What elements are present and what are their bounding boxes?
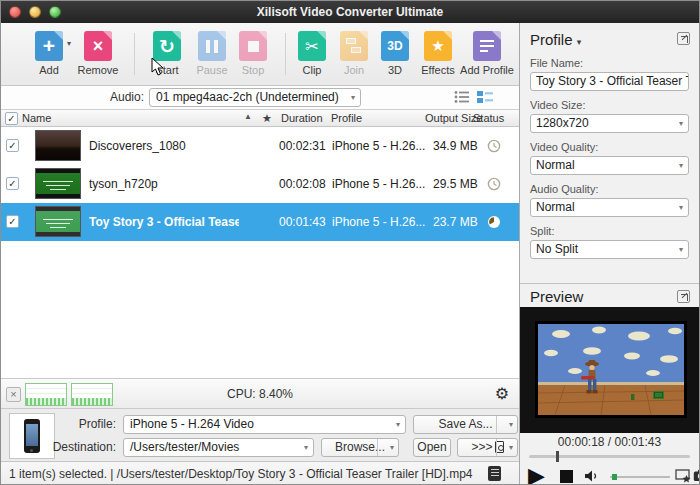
scissors-icon: ✂	[298, 31, 326, 61]
split-label: Split:	[530, 225, 689, 237]
preview-panel-header: Preview	[520, 283, 699, 307]
file-list: ✓ Discoverers_1080 00:02:31 iPhone 5 - H…	[1, 127, 519, 241]
cpu-bar: × CPU: 8.40% ⚙	[1, 378, 519, 408]
speaker-icon[interactable]	[584, 469, 600, 483]
preview-panel-title: Preview	[530, 288, 583, 305]
video-quality-select[interactable]: Normal ▾	[530, 156, 689, 175]
table-row[interactable]: ✓ tyson_h720p 00:02:08 iPhone 5 - H.26..…	[1, 165, 519, 203]
playback-controls: ▶ ▾	[520, 463, 699, 485]
chevron-down-icon: ▾	[304, 443, 308, 452]
list-view-icon[interactable]	[454, 90, 470, 104]
row-checkbox[interactable]: ✓	[6, 177, 19, 190]
audio-bar: Audio: 01 mpeg4aac-2ch (Undetermined) ▾	[1, 86, 519, 109]
expand-preview-icon[interactable]	[677, 290, 690, 303]
stop-icon	[239, 31, 267, 61]
video-size-label: Video Size:	[530, 99, 689, 111]
save-as-button[interactable]: Save As... ▾	[413, 415, 518, 434]
thumbnail-view-icon[interactable]	[477, 90, 493, 104]
file-name-label: File Name:	[530, 57, 689, 69]
start-convert-icon: ↻	[153, 31, 181, 61]
main-pane: + ▾ Add × Remove ↻ Start Pause Stop ✂	[1, 23, 519, 484]
join-icon	[340, 31, 368, 61]
row-checkbox[interactable]: ✓	[6, 215, 19, 228]
add-profile-button[interactable]: Add Profile	[457, 31, 517, 76]
3d-icon: 3D	[381, 31, 409, 61]
table-header[interactable]: ✓ Name ▲ ★ Duration Profile Output Size …	[1, 109, 519, 127]
video-thumbnail	[35, 130, 81, 161]
add-to-clip-icon[interactable]	[675, 469, 692, 483]
audio-track-select[interactable]: 01 mpeg4aac-2ch (Undetermined) ▾	[149, 88, 361, 107]
output-settings: Profile: iPhone 5 - H.264 Video ▾ Save A…	[1, 408, 519, 461]
selection-status-text: 1 item(s) selected. | /Users/tester/Desk…	[9, 467, 473, 481]
column-status[interactable]: Status	[473, 112, 504, 124]
browse-button[interactable]: Browse... ▾	[321, 438, 399, 457]
volume-handle[interactable]	[612, 474, 617, 480]
toolbar: + ▾ Add × Remove ↻ Start Pause Stop ✂	[1, 23, 519, 86]
stop-playback-button[interactable]	[560, 470, 573, 483]
seek-slider[interactable]	[529, 455, 690, 458]
right-panel: Profile ▾ File Name: Toy Story 3 - Offic…	[519, 23, 699, 484]
profile-label: Profile:	[4, 417, 116, 431]
table-row[interactable]: ✓ Discoverers_1080 00:02:31 iPhone 5 - H…	[1, 127, 519, 165]
expand-panel-icon[interactable]	[677, 32, 690, 45]
chevron-down-icon: ▾	[351, 93, 355, 102]
titlebar: Xilisoft Video Converter Ultimate	[1, 1, 699, 23]
split-select[interactable]: No Split ▾	[530, 240, 689, 259]
column-duration[interactable]: Duration	[281, 112, 323, 124]
playback-time: 00:00:18 / 00:01:43	[520, 435, 699, 449]
sort-ascending-icon[interactable]: ▲	[244, 112, 252, 121]
profile-panel: Profile ▾ File Name: Toy Story 3 - Offic…	[520, 23, 699, 259]
audio-quality-label: Audio Quality:	[530, 183, 689, 195]
chevron-down-icon: ▾	[679, 203, 683, 212]
remove-button[interactable]: × Remove	[72, 31, 124, 76]
destination-select[interactable]: /Users/tester/Movies ▾	[123, 438, 314, 457]
stop-button: Stop	[227, 31, 279, 76]
app-window: Xilisoft Video Converter Ultimate + ▾ Ad…	[0, 0, 700, 485]
row-checkbox[interactable]: ✓	[6, 139, 19, 152]
video-size-select[interactable]: 1280x720 ▾	[530, 114, 689, 133]
pending-clock-icon	[487, 139, 501, 156]
profile-panel-title[interactable]: Profile ▾	[530, 31, 581, 48]
chevron-down-icon: ▾	[509, 420, 513, 429]
preview-video-frame	[535, 321, 687, 418]
favorite-column-icon[interactable]: ★	[262, 112, 272, 125]
table-row-selected[interactable]: ✓ Toy Story 3 - Official Teaser Trail...…	[1, 203, 519, 241]
volume-slider[interactable]	[610, 476, 670, 478]
window-title: Xilisoft Video Converter Ultimate	[1, 5, 699, 19]
remove-file-icon: ×	[84, 31, 112, 61]
chevron-down-icon: ▾	[390, 443, 394, 452]
add-file-icon: +	[35, 31, 63, 61]
magic-wand-icon: ★	[424, 31, 452, 61]
audio-quality-select[interactable]: Normal ▾	[530, 198, 689, 217]
preview-video-area[interactable]	[520, 307, 699, 433]
select-all-checkbox[interactable]: ✓	[5, 112, 18, 125]
chevron-down-icon: ▾	[509, 443, 513, 452]
destination-label: Destination:	[4, 440, 116, 454]
transfer-to-device-button[interactable]: >>> ▾	[457, 438, 518, 457]
video-thumbnail	[35, 168, 81, 199]
column-name[interactable]: Name	[22, 112, 51, 124]
pending-clock-icon	[487, 177, 501, 194]
audio-label: Audio:	[1, 90, 144, 104]
video-thumbnail	[35, 206, 81, 237]
cpu-usage-text: CPU: 8.40%	[1, 387, 519, 401]
output-profile-select[interactable]: iPhone 5 - H.264 Video ▾	[123, 415, 406, 434]
add-button[interactable]: + ▾ Add	[23, 31, 75, 76]
add-dropdown-caret[interactable]: ▾	[67, 39, 71, 48]
pause-icon	[198, 31, 226, 61]
log-icon[interactable]	[488, 466, 501, 481]
snapshot-camera-icon[interactable]	[693, 469, 700, 482]
open-button[interactable]: Open	[413, 438, 451, 457]
status-bar: 1 item(s) selected. | /Users/tester/Desk…	[1, 461, 519, 485]
profile-document-icon	[473, 31, 501, 61]
chevron-down-icon: ▾	[679, 245, 683, 254]
pending-clock-icon	[487, 215, 501, 232]
chevron-down-icon: ▾	[577, 37, 582, 47]
toolbar-separator	[134, 33, 135, 75]
gear-icon[interactable]: ⚙	[495, 384, 509, 403]
play-button[interactable]: ▶	[528, 465, 545, 485]
seek-handle[interactable]	[556, 451, 559, 462]
chevron-down-icon: ▾	[679, 119, 683, 128]
column-profile[interactable]: Profile	[331, 112, 362, 124]
file-name-input[interactable]: Toy Story 3 - Official Teaser Traile	[530, 72, 689, 91]
